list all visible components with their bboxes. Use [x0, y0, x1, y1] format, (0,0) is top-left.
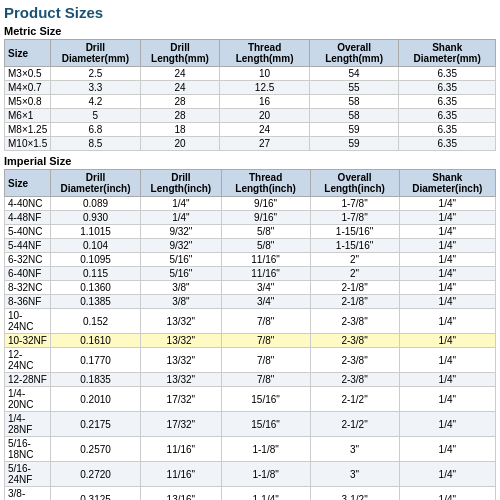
- table-cell: 1/4": [141, 211, 222, 225]
- table-row: 5/16-18NC0.257011/16"1-1/8"3"1/4": [5, 437, 496, 462]
- table-cell: 1/4": [399, 281, 495, 295]
- table-cell: 9/32": [141, 225, 222, 239]
- table-cell: 13/32": [141, 334, 222, 348]
- imperial-section-title: Imperial Size: [4, 155, 496, 167]
- table-cell: 59: [309, 137, 399, 151]
- table-cell: 0.1835: [50, 373, 140, 387]
- table-cell: 1/4": [399, 412, 495, 437]
- table-cell: M4×0.7: [5, 81, 51, 95]
- table-cell: 28: [140, 109, 220, 123]
- table-cell: 6.35: [399, 95, 496, 109]
- table-cell: 58: [309, 95, 399, 109]
- imperial-col-header: Size: [5, 170, 51, 197]
- table-cell: 1/4": [399, 462, 495, 487]
- table-row: 10-32NF0.161013/32"7/8"2-3/8"1/4": [5, 334, 496, 348]
- table-cell: 1-7/8": [310, 211, 399, 225]
- table-cell: 6.35: [399, 81, 496, 95]
- metric-col-header: Overall Length(mm): [309, 40, 399, 67]
- table-row: 12-24NC0.177013/32"7/8"2-3/8"1/4": [5, 348, 496, 373]
- table-cell: 20: [220, 109, 309, 123]
- table-cell: 1/4": [141, 197, 222, 211]
- table-cell: M6×1: [5, 109, 51, 123]
- table-cell: 5/16": [141, 267, 222, 281]
- table-cell: 0.089: [50, 197, 140, 211]
- table-cell: 10: [220, 67, 309, 81]
- table-cell: 1/4": [399, 387, 495, 412]
- table-cell: 2-1/8": [310, 295, 399, 309]
- table-cell: 1-7/8": [310, 197, 399, 211]
- table-cell: 6.35: [399, 109, 496, 123]
- table-cell: 7/8": [221, 309, 310, 334]
- table-row: 1/4-20NC0.201017/32"15/16"2-1/2"1/4": [5, 387, 496, 412]
- table-cell: 7/8": [221, 373, 310, 387]
- table-cell: M8×1.25: [5, 123, 51, 137]
- table-cell: 11/16": [141, 437, 222, 462]
- table-cell: 3": [310, 462, 399, 487]
- table-cell: 1/4": [399, 239, 495, 253]
- metric-col-header: Shank Diameter(mm): [399, 40, 496, 67]
- table-cell: 0.3125: [50, 487, 140, 501]
- table-cell: 2-1/2": [310, 387, 399, 412]
- table-cell: 5/16-18NC: [5, 437, 51, 462]
- table-cell: 1-1/8": [221, 437, 310, 462]
- table-row: 6-32NC0.10955/16"11/16"2"1/4": [5, 253, 496, 267]
- table-cell: 10-24NC: [5, 309, 51, 334]
- table-cell: 6.35: [399, 137, 496, 151]
- table-cell: 5/8": [221, 239, 310, 253]
- table-cell: 13/16": [141, 487, 222, 501]
- table-cell: 0.104: [50, 239, 140, 253]
- table-row: 1/4-28NF0.217517/32"15/16"2-1/2"1/4": [5, 412, 496, 437]
- table-cell: 5/16": [141, 253, 222, 267]
- table-row: M8×1.256.81824596.35: [5, 123, 496, 137]
- table-cell: 6.35: [399, 123, 496, 137]
- table-cell: 13/32": [141, 373, 222, 387]
- table-cell: 3-1/2": [310, 487, 399, 501]
- metric-col-header: Drill Diameter(mm): [51, 40, 140, 67]
- table-row: 5-44NF0.1049/32"5/8"1-15/16"1/4": [5, 239, 496, 253]
- table-row: M3×0.52.52410546.35: [5, 67, 496, 81]
- table-cell: 15/16": [221, 387, 310, 412]
- table-cell: 3/8": [141, 295, 222, 309]
- table-row: M5×0.84.22816586.35: [5, 95, 496, 109]
- table-cell: 2.5: [51, 67, 140, 81]
- table-cell: 2-3/8": [310, 373, 399, 387]
- table-cell: 6-40NF: [5, 267, 51, 281]
- table-cell: 0.1360: [50, 281, 140, 295]
- table-cell: 4-48NF: [5, 211, 51, 225]
- table-row: 4-48NF0.9301/4"9/16"1-7/8"1/4": [5, 211, 496, 225]
- table-cell: 1/4": [399, 373, 495, 387]
- table-cell: 8-32NC: [5, 281, 51, 295]
- table-cell: 0.930: [50, 211, 140, 225]
- imperial-col-header: Overall Length(inch): [310, 170, 399, 197]
- table-cell: 3.3: [51, 81, 140, 95]
- table-cell: 24: [140, 67, 220, 81]
- table-cell: 17/32": [141, 387, 222, 412]
- table-row: M10×1.58.52027596.35: [5, 137, 496, 151]
- table-cell: 1/4": [399, 267, 495, 281]
- table-cell: 12.5: [220, 81, 309, 95]
- table-cell: 3/4": [221, 281, 310, 295]
- table-cell: 5-40NC: [5, 225, 51, 239]
- table-cell: 1/4": [399, 211, 495, 225]
- table-cell: 2-1/8": [310, 281, 399, 295]
- table-cell: 0.115: [50, 267, 140, 281]
- table-cell: 5: [51, 109, 140, 123]
- table-cell: 1-1/4": [221, 487, 310, 501]
- table-cell: 11/16": [221, 267, 310, 281]
- table-cell: 1/4": [399, 225, 495, 239]
- table-cell: 1/4": [399, 197, 495, 211]
- table-cell: 4.2: [51, 95, 140, 109]
- table-cell: 2-3/8": [310, 348, 399, 373]
- table-cell: 1.1015: [50, 225, 140, 239]
- table-cell: 11/16": [221, 253, 310, 267]
- table-cell: 1/4": [399, 348, 495, 373]
- table-cell: 0.152: [50, 309, 140, 334]
- table-cell: 55: [309, 81, 399, 95]
- table-row: M6×152820586.35: [5, 109, 496, 123]
- metric-col-header: Drill Length(mm): [140, 40, 220, 67]
- table-cell: 13/32": [141, 348, 222, 373]
- table-cell: 0.1610: [50, 334, 140, 348]
- table-cell: 2-3/8": [310, 309, 399, 334]
- metric-header: SizeDrill Diameter(mm)Drill Length(mm)Th…: [5, 40, 496, 67]
- table-row: 5-40NC1.10159/32"5/8"1-15/16"1/4": [5, 225, 496, 239]
